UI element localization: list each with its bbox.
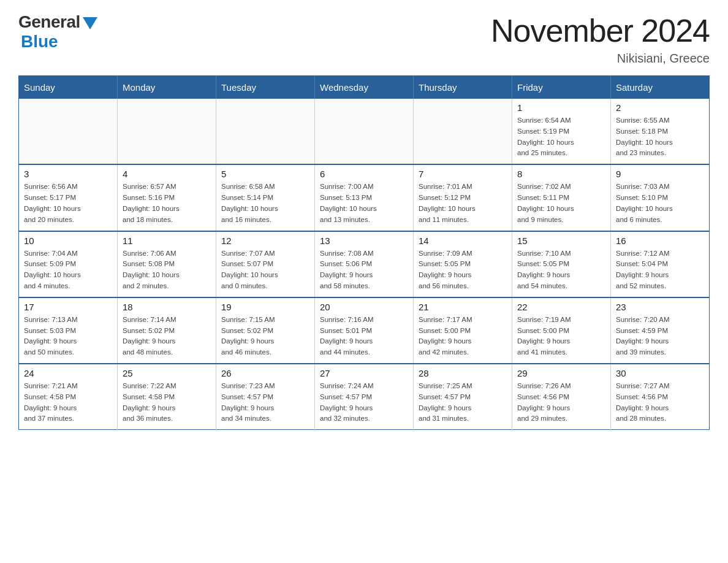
calendar-cell: [118, 99, 216, 164]
day-info: Sunrise: 7:23 AMSunset: 4:57 PMDaylight:…: [221, 381, 309, 424]
logo-triangle-icon: [83, 17, 97, 29]
title-area: November 2024 Nikisiani, Greece: [491, 12, 710, 66]
day-number: 23: [616, 302, 704, 312]
calendar-cell: [216, 99, 315, 164]
calendar-cell: [19, 99, 118, 164]
day-info: Sunrise: 7:02 AMSunset: 5:11 PMDaylight:…: [517, 182, 605, 225]
weekday-header-row: SundayMondayTuesdayWednesdayThursdayFrid…: [19, 76, 710, 99]
logo: General Blue: [18, 12, 97, 52]
calendar-cell: 22Sunrise: 7:19 AMSunset: 5:00 PMDayligh…: [512, 297, 611, 364]
day-info: Sunrise: 6:56 AMSunset: 5:17 PMDaylight:…: [24, 182, 112, 225]
day-number: 18: [123, 302, 211, 312]
calendar-cell: 29Sunrise: 7:26 AMSunset: 4:56 PMDayligh…: [512, 364, 611, 430]
calendar-week-row: 17Sunrise: 7:13 AMSunset: 5:03 PMDayligh…: [19, 297, 710, 364]
logo-blue-text: Blue: [21, 32, 58, 52]
calendar-week-row: 24Sunrise: 7:21 AMSunset: 4:58 PMDayligh…: [19, 364, 710, 430]
calendar-cell: 12Sunrise: 7:07 AMSunset: 5:07 PMDayligh…: [216, 231, 315, 297]
day-info: Sunrise: 7:19 AMSunset: 5:00 PMDaylight:…: [517, 315, 605, 358]
day-info: Sunrise: 7:00 AMSunset: 5:13 PMDaylight:…: [320, 182, 408, 225]
day-number: 29: [517, 368, 605, 378]
calendar-cell: 8Sunrise: 7:02 AMSunset: 5:11 PMDaylight…: [512, 164, 611, 231]
day-number: 14: [419, 236, 507, 246]
day-number: 5: [221, 169, 309, 179]
calendar-week-row: 10Sunrise: 7:04 AMSunset: 5:09 PMDayligh…: [19, 231, 710, 297]
weekday-header-sunday: Sunday: [19, 76, 118, 99]
calendar-cell: 6Sunrise: 7:00 AMSunset: 5:13 PMDaylight…: [315, 164, 414, 231]
calendar-cell: 13Sunrise: 7:08 AMSunset: 5:06 PMDayligh…: [315, 231, 414, 297]
calendar-week-row: 1Sunrise: 6:54 AMSunset: 5:19 PMDaylight…: [19, 99, 710, 164]
day-number: 7: [419, 169, 507, 179]
day-info: Sunrise: 7:14 AMSunset: 5:02 PMDaylight:…: [123, 315, 211, 358]
calendar-cell: 14Sunrise: 7:09 AMSunset: 5:05 PMDayligh…: [414, 231, 512, 297]
day-info: Sunrise: 7:08 AMSunset: 5:06 PMDaylight:…: [320, 248, 408, 292]
day-number: 8: [517, 169, 605, 179]
calendar-cell: 19Sunrise: 7:15 AMSunset: 5:02 PMDayligh…: [216, 297, 315, 364]
day-info: Sunrise: 7:25 AMSunset: 4:57 PMDaylight:…: [419, 381, 507, 424]
day-number: 21: [419, 302, 507, 312]
day-number: 24: [24, 368, 112, 378]
day-info: Sunrise: 6:58 AMSunset: 5:14 PMDaylight:…: [221, 182, 309, 225]
calendar-week-row: 3Sunrise: 6:56 AMSunset: 5:17 PMDaylight…: [19, 164, 710, 231]
calendar-cell: 3Sunrise: 6:56 AMSunset: 5:17 PMDaylight…: [19, 164, 118, 231]
calendar-cell: 1Sunrise: 6:54 AMSunset: 5:19 PMDaylight…: [512, 99, 611, 164]
day-number: 27: [320, 368, 408, 378]
weekday-header-friday: Friday: [512, 76, 611, 99]
calendar-cell: 30Sunrise: 7:27 AMSunset: 4:56 PMDayligh…: [611, 364, 710, 430]
calendar-cell: [414, 99, 512, 164]
weekday-header-saturday: Saturday: [611, 76, 710, 99]
day-number: 11: [123, 236, 211, 246]
weekday-header-tuesday: Tuesday: [216, 76, 315, 99]
day-info: Sunrise: 7:04 AMSunset: 5:09 PMDaylight:…: [24, 248, 112, 292]
day-number: 2: [616, 102, 704, 113]
day-info: Sunrise: 7:07 AMSunset: 5:07 PMDaylight:…: [221, 248, 309, 292]
day-number: 20: [320, 302, 408, 312]
calendar-cell: 5Sunrise: 6:58 AMSunset: 5:14 PMDaylight…: [216, 164, 315, 231]
day-info: Sunrise: 7:12 AMSunset: 5:04 PMDaylight:…: [616, 248, 704, 292]
calendar-cell: 26Sunrise: 7:23 AMSunset: 4:57 PMDayligh…: [216, 364, 315, 430]
calendar-cell: 17Sunrise: 7:13 AMSunset: 5:03 PMDayligh…: [19, 297, 118, 364]
day-info: Sunrise: 7:06 AMSunset: 5:08 PMDaylight:…: [123, 248, 211, 292]
day-info: Sunrise: 7:20 AMSunset: 4:59 PMDaylight:…: [616, 315, 704, 358]
weekday-header-thursday: Thursday: [414, 76, 512, 99]
day-info: Sunrise: 7:10 AMSunset: 5:05 PMDaylight:…: [517, 248, 605, 292]
day-number: 10: [24, 236, 112, 246]
calendar-cell: 4Sunrise: 6:57 AMSunset: 5:16 PMDaylight…: [118, 164, 216, 231]
day-info: Sunrise: 7:22 AMSunset: 4:58 PMDaylight:…: [123, 381, 211, 424]
calendar-cell: 16Sunrise: 7:12 AMSunset: 5:04 PMDayligh…: [611, 231, 710, 297]
location-label: Nikisiani, Greece: [491, 52, 710, 66]
day-number: 3: [24, 169, 112, 179]
day-info: Sunrise: 7:03 AMSunset: 5:10 PMDaylight:…: [616, 182, 704, 225]
calendar-cell: [315, 99, 414, 164]
day-info: Sunrise: 7:15 AMSunset: 5:02 PMDaylight:…: [221, 315, 309, 358]
calendar-cell: 7Sunrise: 7:01 AMSunset: 5:12 PMDaylight…: [414, 164, 512, 231]
day-number: 1: [517, 102, 605, 113]
day-info: Sunrise: 7:16 AMSunset: 5:01 PMDaylight:…: [320, 315, 408, 358]
day-info: Sunrise: 6:57 AMSunset: 5:16 PMDaylight:…: [123, 182, 211, 225]
day-info: Sunrise: 7:27 AMSunset: 4:56 PMDaylight:…: [616, 381, 704, 424]
calendar-cell: 2Sunrise: 6:55 AMSunset: 5:18 PMDaylight…: [611, 99, 710, 164]
day-info: Sunrise: 6:55 AMSunset: 5:18 PMDaylight:…: [616, 115, 704, 159]
calendar-cell: 20Sunrise: 7:16 AMSunset: 5:01 PMDayligh…: [315, 297, 414, 364]
calendar-cell: 9Sunrise: 7:03 AMSunset: 5:10 PMDaylight…: [611, 164, 710, 231]
page-header: General Blue November 2024 Nikisiani, Gr…: [18, 12, 710, 66]
day-number: 26: [221, 368, 309, 378]
day-number: 15: [517, 236, 605, 246]
calendar-cell: 10Sunrise: 7:04 AMSunset: 5:09 PMDayligh…: [19, 231, 118, 297]
calendar-cell: 15Sunrise: 7:10 AMSunset: 5:05 PMDayligh…: [512, 231, 611, 297]
weekday-header-monday: Monday: [118, 76, 216, 99]
logo-general-text: General: [18, 12, 80, 32]
day-number: 6: [320, 169, 408, 179]
day-info: Sunrise: 6:54 AMSunset: 5:19 PMDaylight:…: [517, 115, 605, 159]
day-info: Sunrise: 7:21 AMSunset: 4:58 PMDaylight:…: [24, 381, 112, 424]
day-number: 16: [616, 236, 704, 246]
day-info: Sunrise: 7:09 AMSunset: 5:05 PMDaylight:…: [419, 248, 507, 292]
calendar-cell: 28Sunrise: 7:25 AMSunset: 4:57 PMDayligh…: [414, 364, 512, 430]
day-info: Sunrise: 7:17 AMSunset: 5:00 PMDaylight:…: [419, 315, 507, 358]
day-number: 13: [320, 236, 408, 246]
calendar-cell: 18Sunrise: 7:14 AMSunset: 5:02 PMDayligh…: [118, 297, 216, 364]
day-number: 25: [123, 368, 211, 378]
calendar-cell: 25Sunrise: 7:22 AMSunset: 4:58 PMDayligh…: [118, 364, 216, 430]
day-info: Sunrise: 7:13 AMSunset: 5:03 PMDaylight:…: [24, 315, 112, 358]
day-number: 19: [221, 302, 309, 312]
calendar-cell: 11Sunrise: 7:06 AMSunset: 5:08 PMDayligh…: [118, 231, 216, 297]
